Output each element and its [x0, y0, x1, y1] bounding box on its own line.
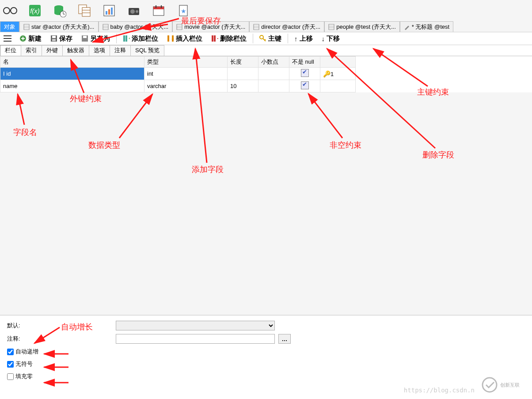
svg-text:+: + — [129, 35, 130, 42]
cell-len[interactable]: 10 — [228, 80, 258, 92]
hamburger-icon[interactable] — [3, 35, 12, 42]
tab-triggers[interactable]: 触发器 — [62, 45, 89, 56]
svg-rect-18 — [111, 8, 113, 15]
svg-line-70 — [119, 94, 152, 138]
tables-icon[interactable] — [76, 2, 93, 19]
primary-key-button[interactable]: 主键 — [255, 32, 286, 45]
unsigned-checkbox[interactable] — [7, 361, 14, 368]
table-icon — [328, 24, 334, 30]
zerofill-checkbox[interactable] — [7, 373, 14, 380]
table-icon — [176, 24, 182, 30]
col-type-header[interactable]: 类型 — [144, 57, 228, 68]
logo-text: 创新互联 — [500, 382, 520, 388]
insert-column-button[interactable]: →插入栏位 — [163, 32, 207, 45]
tab-indexes[interactable]: 索引 — [21, 45, 42, 56]
anno-delete-field: 删除字段 — [422, 150, 454, 160]
svg-rect-54 — [123, 35, 125, 42]
svg-rect-28 — [24, 24, 29, 30]
glasses-icon[interactable] — [2, 2, 19, 19]
add-col-label: 添加栏位 — [132, 35, 158, 43]
comment-ellipsis-button[interactable]: … — [278, 334, 291, 344]
cell-notnull[interactable] — [289, 80, 320, 92]
checkbox-notnull[interactable] — [301, 81, 309, 89]
table-icon — [253, 24, 259, 30]
pk-label: 主键 — [268, 35, 281, 43]
svg-rect-31 — [103, 24, 108, 30]
tab-options[interactable]: 选项 — [89, 45, 110, 56]
unsigned-label: 无符号 — [15, 360, 33, 368]
default-label: 默认: — [7, 322, 34, 330]
default-select[interactable] — [116, 321, 275, 330]
svg-point-1 — [11, 8, 17, 14]
autoinc-checkbox[interactable] — [7, 349, 14, 355]
col-notnull-header[interactable]: 不是 null — [289, 57, 320, 68]
move-up-button[interactable]: ↑上移 — [290, 32, 317, 45]
svg-rect-53 — [83, 36, 87, 38]
comment-input[interactable] — [116, 334, 275, 344]
cell-dec[interactable] — [258, 68, 289, 80]
tab-baby-label: baby @actor (齐天大... — [110, 23, 169, 31]
svg-line-72 — [308, 94, 342, 138]
tab-object[interactable]: 对象 — [0, 21, 19, 32]
anno-fk: 外键约束 — [70, 93, 102, 104]
calendar-icon[interactable] — [150, 2, 167, 19]
anno-data-type: 数据类型 — [88, 140, 120, 150]
svg-rect-61 — [214, 35, 216, 42]
tab-star-label: star @actor (齐天大圣)... — [31, 23, 95, 31]
cell-type[interactable]: varchar — [144, 80, 228, 92]
new-button[interactable]: 新建 — [15, 32, 46, 45]
svg-point-21 — [136, 10, 138, 13]
delete-column-button[interactable]: -删除栏位 — [207, 32, 251, 45]
tab-star[interactable]: star @actor (齐天大圣)... — [19, 21, 99, 32]
tab-columns[interactable]: 栏位 — [0, 45, 21, 56]
cell-dec[interactable] — [258, 80, 289, 92]
cell-len[interactable] — [228, 68, 258, 80]
cell-key[interactable] — [320, 80, 356, 92]
doc-star-icon[interactable]: ★ — [175, 2, 192, 19]
camera-icon[interactable] — [125, 2, 142, 19]
cell-type[interactable]: int — [144, 68, 228, 80]
autoinc-label: 自动递增 — [15, 348, 38, 356]
tab-untitled-label: * 无标题 @test — [412, 23, 449, 31]
grid-row[interactable]: I id int 🔑1 — [0, 68, 356, 80]
tab-movie[interactable]: movie @actor (齐天大... — [172, 21, 249, 32]
watermark: https://blog.csdn.n — [404, 387, 475, 394]
function-icon[interactable]: f(x) — [27, 2, 43, 19]
svg-rect-16 — [106, 11, 107, 15]
delete-col-icon: - — [211, 35, 218, 42]
tab-people[interactable]: people @test (齐天大... — [324, 21, 400, 32]
col-key-header[interactable] — [320, 57, 356, 68]
separator — [116, 34, 117, 43]
col-name-header[interactable]: 名 — [0, 57, 144, 68]
saveas-button[interactable]: 另存为 — [77, 32, 114, 45]
cell-name: I id — [0, 68, 144, 80]
checkbox-notnull[interactable] — [301, 69, 309, 77]
insert-col-icon: → — [167, 35, 174, 42]
svg-text:-: - — [217, 35, 218, 42]
tab-people-label: people @test (齐天大... — [336, 23, 396, 31]
tab-baby[interactable]: baby @actor (齐天大... — [99, 21, 173, 32]
col-len-header[interactable]: 长度 — [228, 57, 258, 68]
tab-sql-preview[interactable]: SQL 预览 — [130, 45, 164, 56]
tab-untitled[interactable]: * 无标题 @test — [400, 21, 453, 32]
save-button[interactable]: 保存 — [46, 32, 77, 45]
add-column-button[interactable]: +添加栏位 — [118, 32, 163, 45]
tab-director-label: director @actor (齐天... — [261, 23, 320, 31]
col-dec-header[interactable]: 小数点 — [258, 57, 289, 68]
tab-foreign-keys[interactable]: 外键 — [42, 45, 63, 56]
document-tabs: 对象 star @actor (齐天大圣)... baby @actor (齐天… — [0, 21, 532, 32]
cell-name[interactable]: name — [0, 80, 144, 92]
tab-director[interactable]: director @actor (齐天... — [249, 21, 324, 32]
tab-comment[interactable]: 注释 — [110, 45, 131, 56]
move-up-label: 上移 — [300, 35, 313, 43]
arrow-down-icon: ↓ — [322, 35, 325, 42]
cell-key[interactable]: 🔑1 — [320, 68, 356, 80]
svg-point-63 — [260, 35, 263, 39]
grid-row[interactable]: name varchar 10 — [0, 80, 356, 92]
move-down-button[interactable]: ↓下移 — [317, 32, 345, 45]
anno-field-name: 字段名 — [13, 127, 37, 138]
report-chart-icon[interactable] — [101, 2, 118, 19]
edit-icon — [404, 24, 410, 30]
db-clock-icon[interactable] — [51, 2, 68, 19]
cell-notnull[interactable] — [289, 68, 320, 80]
